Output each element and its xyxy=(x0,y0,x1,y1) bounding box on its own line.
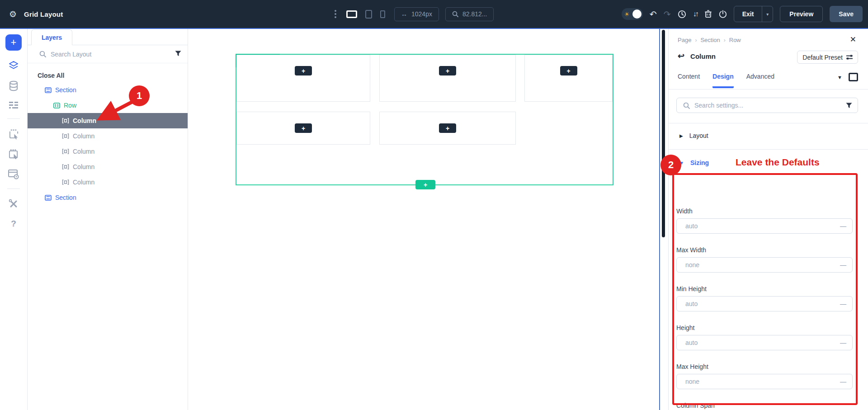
breadcrumb-row[interactable]: Row xyxy=(729,37,741,43)
default-preset-button[interactable]: Default Preset xyxy=(797,51,858,64)
accordion-sizing[interactable]: ▼ Sizing xyxy=(679,159,709,166)
toggle-knob xyxy=(632,9,642,19)
trash-icon[interactable] xyxy=(704,10,712,18)
selected-row-outline[interactable]: ⚙ + + + + + + xyxy=(236,54,613,185)
tablet-viewport-icon[interactable] xyxy=(365,10,372,19)
redo-icon[interactable]: ↷ xyxy=(664,10,671,19)
sizing-fields: Width — Max Width — Min Height — Height … xyxy=(676,207,858,410)
preview-button[interactable]: Preview xyxy=(780,6,823,22)
close-all-button[interactable]: Close All xyxy=(28,69,188,82)
breakpoint-caret-icon[interactable]: ▼ xyxy=(837,75,842,80)
max-width-input[interactable] xyxy=(677,261,852,269)
min-height-input[interactable] xyxy=(677,300,852,307)
add-widget-button[interactable]: + xyxy=(295,123,312,133)
column-icon xyxy=(62,133,69,139)
unit-dash-icon[interactable]: — xyxy=(840,222,846,230)
field-label: Max Width xyxy=(676,246,858,254)
tree-item-column[interactable]: Column xyxy=(28,174,188,190)
select-element-icon[interactable] xyxy=(9,129,19,139)
tree-item-column[interactable]: Column xyxy=(28,128,188,144)
zoom-control[interactable]: 82.812... xyxy=(445,7,494,21)
add-widget-button[interactable]: + xyxy=(295,66,312,75)
select-parent-icon[interactable] xyxy=(9,149,19,160)
tab-content[interactable]: Content xyxy=(678,73,700,88)
row-icon xyxy=(53,103,60,108)
grid-column-cell[interactable]: + xyxy=(236,55,370,102)
back-arrow-icon[interactable]: ↩ xyxy=(678,51,684,61)
global-settings-icon[interactable] xyxy=(8,170,19,179)
forms-nav-icon[interactable] xyxy=(9,101,19,109)
layers-search-input[interactable] xyxy=(51,51,170,58)
tree-item-column[interactable]: Column xyxy=(28,144,188,159)
tree-item-column[interactable]: Column xyxy=(28,159,188,174)
chevron-right-icon: › xyxy=(695,37,697,43)
settings-gear-icon[interactable]: ⚙ xyxy=(9,9,17,19)
more-options-icon[interactable] xyxy=(334,8,337,20)
filter-icon xyxy=(846,103,852,108)
exit-caret-icon[interactable]: ▾ xyxy=(762,6,773,22)
layers-nav-icon[interactable] xyxy=(8,61,19,71)
add-widget-button[interactable]: + xyxy=(560,66,577,75)
column-icon xyxy=(62,179,69,185)
sun-icon: ☀ xyxy=(624,11,630,17)
max-height-input[interactable] xyxy=(677,378,852,385)
viewport-width-value: 1024px xyxy=(411,10,432,18)
layers-tree: Close All Section Row Column Column Colu… xyxy=(28,63,188,205)
unit-dash-icon[interactable]: — xyxy=(840,300,846,307)
power-icon[interactable] xyxy=(719,10,727,18)
add-section-button[interactable]: + xyxy=(415,180,435,189)
history-clock-icon[interactable] xyxy=(678,10,686,19)
field-column-span: Column Span — xyxy=(676,402,858,410)
fullscreen-frame-icon[interactable] xyxy=(849,73,858,81)
field-label: Min Height xyxy=(676,285,858,292)
width-input[interactable] xyxy=(677,222,852,230)
save-button[interactable]: Save xyxy=(830,6,863,22)
tree-item-column-selected[interactable]: Column xyxy=(28,113,188,128)
add-widget-button[interactable]: + xyxy=(439,66,456,75)
tab-layers[interactable]: Layers xyxy=(31,29,72,45)
element-title: Column xyxy=(690,52,716,60)
settings-search-input[interactable] xyxy=(694,102,841,109)
help-icon[interactable]: ? xyxy=(11,219,16,229)
canvas: ⚙ + + + + + + xyxy=(188,29,660,410)
unit-dash-icon[interactable]: — xyxy=(840,261,846,269)
settings-search xyxy=(676,98,858,113)
height-input[interactable] xyxy=(677,339,852,346)
unit-dash-icon[interactable]: — xyxy=(840,378,846,385)
tree-item-section[interactable]: Section xyxy=(28,190,188,205)
canvas-scrollbar-thumb[interactable] xyxy=(662,30,665,237)
exit-button[interactable]: Exit xyxy=(734,6,762,22)
undo-icon[interactable]: ↶ xyxy=(650,10,657,19)
layers-panel: Layers Close All Section Row Column xyxy=(28,29,188,410)
database-nav-icon[interactable] xyxy=(9,80,19,91)
filter-icon[interactable] xyxy=(175,50,181,58)
phone-viewport-icon[interactable] xyxy=(380,10,385,18)
grid-column-cell[interactable]: + xyxy=(236,112,370,145)
search-icon xyxy=(39,51,46,57)
structure-sort-icon[interactable]: ↓↑ xyxy=(693,10,698,18)
add-widget-button[interactable]: + xyxy=(439,123,456,133)
column-icon xyxy=(62,118,69,123)
inspector-tabs: Content Design Advanced xyxy=(678,73,774,88)
field-min-height: Min Height — xyxy=(676,285,858,311)
grid-column-cell[interactable]: + xyxy=(379,55,516,102)
unit-dash-icon[interactable]: — xyxy=(840,339,846,346)
field-label: Height xyxy=(676,324,858,331)
viewport-width-control[interactable]: ↔ 1024px xyxy=(394,7,439,21)
theme-toggle[interactable]: ☀ xyxy=(622,8,643,20)
zoom-magnifier-icon xyxy=(452,11,458,17)
breadcrumb-page[interactable]: Page xyxy=(678,37,691,43)
grid-column-cell[interactable]: + xyxy=(524,55,613,102)
add-element-button[interactable]: + xyxy=(5,34,22,51)
breadcrumb-section[interactable]: Section xyxy=(700,37,720,43)
tab-advanced[interactable]: Advanced xyxy=(746,73,774,88)
close-panel-icon[interactable]: ✕ xyxy=(850,35,856,44)
tab-design[interactable]: Design xyxy=(712,73,734,88)
triangle-right-icon: ▶ xyxy=(679,133,683,138)
desktop-viewport-icon[interactable] xyxy=(346,10,357,18)
tree-item-row[interactable]: Row xyxy=(28,98,188,113)
grid-column-cell[interactable]: + xyxy=(379,112,516,145)
tree-item-section[interactable]: Section xyxy=(28,82,188,98)
accordion-layout[interactable]: ▶ Layout xyxy=(679,132,708,139)
tools-icon[interactable] xyxy=(9,199,19,209)
